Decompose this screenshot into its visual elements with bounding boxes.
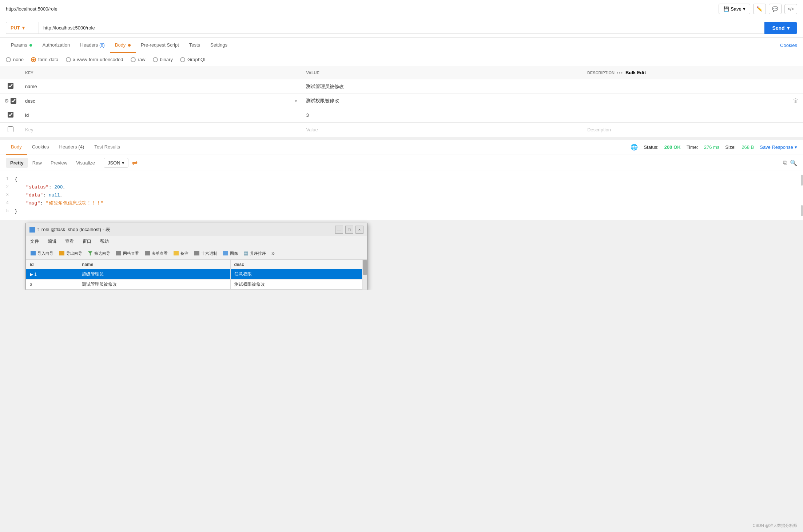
th-checkbox [0,66,21,79]
db-tool-import[interactable]: 导入向导 [28,249,56,258]
db-scrollbar[interactable] [362,260,367,290]
save-response-chevron-icon: ▾ [795,144,797,150]
row-1-value-cell[interactable]: 测试管理员被修改 [302,79,583,94]
row-2-checkbox[interactable] [11,98,16,104]
pretty-tab-pretty[interactable]: Pretty [6,158,28,168]
pretty-tab-preview[interactable]: Preview [46,158,72,168]
db-close-button[interactable]: × [355,226,363,234]
search-icon[interactable]: 🔍 [790,159,797,166]
db-tool-hex[interactable]: 十六进制 [192,249,220,258]
row-2-value-cell[interactable]: 测试权限被修改 [302,94,583,108]
row-3-value-cell[interactable]: 3 [302,108,583,123]
tab-authorization[interactable]: Authorization [37,38,75,53]
db-table-row[interactable]: ▶ 1 超级管理员 任意权限 [26,269,367,279]
copy-icon[interactable]: ⧉ [783,159,787,166]
db-menu-view[interactable]: 查看 [61,237,78,246]
save-button[interactable]: 💾 Save ▾ [719,4,750,14]
tab-params[interactable]: Params [6,38,37,53]
url-input[interactable] [39,22,764,34]
tab-tests[interactable]: Tests [184,38,205,53]
json-format-selector[interactable]: JSON ▾ [104,158,128,168]
tab-pre-request[interactable]: Pre-request Script [136,38,184,53]
db-table-header-row: id name desc [26,260,367,269]
option-none[interactable]: none [6,57,24,62]
option-raw[interactable]: raw [131,57,146,62]
wrap-icon[interactable]: ⇌ [132,159,138,167]
db-tool-note[interactable]: 备注 [171,249,191,258]
db-minimize-button[interactable]: — [335,226,343,234]
row-2-settings-icon[interactable]: ⚙ [4,98,9,104]
tab-headers[interactable]: Headers (8) [75,38,110,53]
tab-settings[interactable]: Settings [205,38,232,53]
method-select[interactable]: PUT ▾ [6,22,39,34]
row-3-key: id [25,112,29,118]
response-tab-headers[interactable]: Headers (4) [54,140,90,155]
radio-raw [131,57,136,62]
form-table-container: KEY VALUE DESCRIPTION ••• Bulk Edit [0,66,803,137]
row-2-delete-icon[interactable]: 🗑 [793,98,799,104]
db-menu-window[interactable]: 窗口 [78,237,96,246]
db-table-row[interactable]: 3 测试管理员被修改 测试权限被修改 [26,279,367,290]
option-binary[interactable]: binary [153,57,173,62]
response-status: 🌐 Status: 200 OK Time: 276 ms Size: 268 … [631,144,797,151]
db-tool-sort[interactable]: 🔤 升序排序 [241,249,269,258]
more-icon[interactable]: ••• [617,71,623,75]
code-line-3: 3 "data": null, [0,191,797,199]
empty-key-cell[interactable]: Key [21,123,302,137]
tab-body[interactable]: Body [110,38,136,53]
db-menu-help[interactable]: 帮助 [96,237,113,246]
th-key: KEY [21,66,302,79]
scroll-indicator-top[interactable] [801,175,803,186]
send-button[interactable]: Send ▾ [764,22,797,34]
placeholder-desc: Description [587,127,611,132]
edit-icon-button[interactable]: ✏️ [753,4,766,14]
db-th-desc: desc [230,260,367,269]
db-menu-edit[interactable]: 编辑 [43,237,61,246]
db-tool-filter[interactable]: 筛选向导 [86,249,113,258]
db-tool-grid[interactable]: 网格查看 [114,249,142,258]
db-tool-image[interactable]: 图像 [220,249,240,258]
code-line-4: 4 "msg": "修改角色信息成功！！！" [0,199,797,207]
time-label: Time: [687,144,698,150]
db-title-text: t_role @flask_shop (localhost) - 表 [37,226,110,233]
scroll-indicator-bottom[interactable] [801,205,803,216]
db-row-2-id: 3 [26,279,78,290]
option-graphql[interactable]: GraphQL [180,57,207,62]
row-2-value: 测试权限被修改 [306,98,339,103]
code-button[interactable]: </> [784,4,797,14]
db-tool-export[interactable]: 导出向导 [57,249,85,258]
response-tab-body[interactable]: Body [6,140,27,155]
chat-icon-button[interactable]: 💬 [769,4,782,14]
method-chevron-icon: ▾ [22,25,25,31]
method-label: PUT [11,25,20,31]
db-window-controls: — □ × [335,226,363,234]
response-section: Body Cookies Headers (4) Test Results 🌐 … [0,140,803,220]
pretty-tab-visualize[interactable]: Visualize [72,158,99,168]
status-value: 200 OK [664,144,681,150]
empty-value-cell[interactable]: Value [302,123,583,137]
import-icon [31,251,36,255]
save-response-button[interactable]: Save Response ▾ [760,144,797,150]
row-1-checkbox[interactable] [8,83,13,89]
request-tabs: Params Authorization Headers (8) Body Pr… [6,38,232,53]
response-tab-cookies[interactable]: Cookies [27,140,54,155]
hex-icon [194,251,199,255]
db-title-icon [29,227,35,233]
db-more-button[interactable]: » [269,249,277,258]
option-form-data[interactable]: form-data [31,57,59,62]
cookies-link[interactable]: Cookies [780,38,797,52]
response-tab-test-results[interactable]: Test Results [89,140,125,155]
db-menu-file[interactable]: 文件 [26,237,43,246]
db-maximize-button[interactable]: □ [345,226,353,234]
db-tool-form[interactable]: 表单查看 [142,249,170,258]
pretty-tab-raw[interactable]: Raw [28,158,46,168]
empty-checkbox[interactable] [8,126,13,132]
grid-icon [116,251,121,255]
option-urlencoded[interactable]: x-www-form-urlencoded [66,57,123,62]
top-bar-actions: 💾 Save ▾ ✏️ 💬 </> [719,4,797,14]
db-row-1-id: ▶ 1 [26,269,78,279]
radio-none [6,57,11,62]
bulk-edit-button[interactable]: Bulk Edit [625,70,646,75]
row-3-checkbox[interactable] [8,112,13,118]
radio-form-data [31,57,36,62]
